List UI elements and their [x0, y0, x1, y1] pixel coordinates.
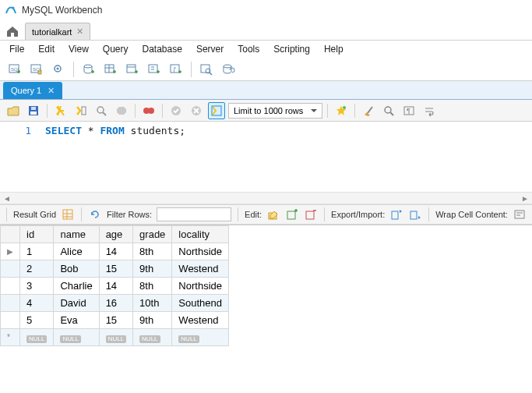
- cell[interactable]: Southend: [172, 295, 229, 312]
- cell[interactable]: David: [54, 295, 99, 312]
- cell[interactable]: 14: [99, 243, 132, 260]
- column-header-id[interactable]: id: [20, 226, 54, 243]
- filter-rows-input[interactable]: [157, 207, 231, 221]
- cell[interactable]: 3: [20, 278, 54, 295]
- create-schema-button[interactable]: [80, 61, 97, 78]
- commit-button[interactable]: [167, 102, 185, 119]
- svg-rect-46: [515, 211, 524, 218]
- refresh-button[interactable]: [88, 207, 102, 221]
- menu-query[interactable]: Query: [97, 42, 135, 56]
- create-view-button[interactable]: [124, 61, 141, 78]
- cell[interactable]: Westend: [172, 260, 229, 278]
- cell[interactable]: Charlie: [54, 278, 99, 295]
- cell[interactable]: 16: [99, 295, 132, 312]
- menu-database[interactable]: Database: [136, 42, 188, 56]
- cell[interactable]: 15: [99, 260, 132, 278]
- cell-null[interactable]: NULL: [172, 329, 229, 346]
- insert-row[interactable]: * NULL NULL NULL NULL NULL: [1, 329, 229, 346]
- cell[interactable]: 4: [20, 295, 54, 312]
- add-row-button[interactable]: [285, 207, 299, 221]
- scroll-left-icon[interactable]: ◄: [2, 193, 12, 204]
- toggle-stop-on-error-button[interactable]: [140, 102, 157, 119]
- execute-button[interactable]: [52, 102, 69, 119]
- find-button[interactable]: [380, 102, 397, 119]
- table-row[interactable]: 3 Charlie 14 8th Northside: [1, 278, 229, 295]
- save-script-button[interactable]: [25, 102, 42, 119]
- open-script-button[interactable]: [5, 102, 22, 119]
- cell[interactable]: 2: [20, 260, 54, 278]
- create-table-button[interactable]: [102, 61, 119, 78]
- cell[interactable]: Westend: [172, 312, 229, 329]
- column-header-locality[interactable]: locality: [172, 226, 229, 243]
- table-row[interactable]: ▶ 1 Alice 14 8th Northside: [1, 243, 229, 260]
- result-grid[interactable]: id name age grade locality ▶ 1 Alice 14 …: [0, 225, 532, 346]
- code-area[interactable]: SELECT * FROM students;: [39, 125, 185, 192]
- search-table-data-button[interactable]: [198, 61, 215, 78]
- cell[interactable]: 10th: [133, 295, 172, 312]
- table-row[interactable]: 2 Bob 15 9th Westend: [1, 260, 229, 278]
- menu-server[interactable]: Server: [190, 42, 230, 56]
- create-function-button[interactable]: ƒ: [167, 61, 185, 78]
- new-sql-tab-button[interactable]: SQL: [6, 61, 23, 78]
- brush-button[interactable]: [360, 102, 377, 119]
- execute-current-button[interactable]: [72, 102, 90, 119]
- cell[interactable]: Northside: [172, 278, 229, 295]
- cell[interactable]: 8th: [133, 243, 172, 260]
- menu-help[interactable]: Help: [318, 42, 350, 56]
- inspector-button[interactable]: [50, 61, 67, 78]
- menu-view[interactable]: View: [62, 42, 95, 56]
- column-header-grade[interactable]: grade: [133, 226, 172, 243]
- toolbar-separator: [238, 207, 238, 221]
- home-button[interactable]: [3, 23, 22, 40]
- cell[interactable]: 14: [99, 278, 132, 295]
- cell-null[interactable]: NULL: [54, 329, 99, 346]
- cell-null[interactable]: NULL: [133, 329, 172, 346]
- stop-button[interactable]: [113, 102, 130, 119]
- cell[interactable]: 1: [20, 243, 54, 260]
- invisible-chars-button[interactable]: ¶: [400, 102, 417, 119]
- cell[interactable]: 5: [20, 312, 54, 329]
- cell[interactable]: Bob: [54, 260, 99, 278]
- scroll-right-icon[interactable]: ►: [520, 193, 530, 204]
- table-row[interactable]: 5 Eva 15 9th Westend: [1, 312, 229, 329]
- connection-tab-tutorialkart[interactable]: tutorialkart ✕: [25, 23, 90, 40]
- cell[interactable]: Eva: [54, 312, 99, 329]
- column-header-age[interactable]: age: [99, 226, 132, 243]
- open-sql-file-button[interactable]: SQL: [28, 61, 45, 78]
- horizontal-scrollbar[interactable]: ◄ ►: [0, 192, 532, 204]
- reconnect-button[interactable]: [220, 61, 237, 78]
- close-icon[interactable]: ✕: [48, 86, 55, 96]
- limit-rows-dropdown[interactable]: Limit to 1000 rows: [228, 103, 322, 119]
- cell[interactable]: Alice: [54, 243, 99, 260]
- cell-null[interactable]: NULL: [20, 329, 54, 346]
- delete-row-button[interactable]: [304, 207, 318, 221]
- cell[interactable]: 9th: [133, 312, 172, 329]
- result-grid-icon[interactable]: [61, 207, 75, 221]
- cell-null[interactable]: NULL: [99, 329, 132, 346]
- menu-tools[interactable]: Tools: [231, 42, 266, 56]
- close-icon[interactable]: ✕: [76, 27, 83, 37]
- import-button[interactable]: [408, 207, 422, 221]
- result-table[interactable]: id name age grade locality ▶ 1 Alice 14 …: [0, 225, 229, 346]
- wrap-cell-button[interactable]: [513, 207, 527, 221]
- rollback-button[interactable]: [188, 102, 205, 119]
- beautify-button[interactable]: [333, 102, 350, 119]
- menu-file[interactable]: File: [3, 42, 30, 56]
- explain-button[interactable]: [93, 102, 110, 119]
- edit-row-button[interactable]: [266, 207, 280, 221]
- cell[interactable]: 8th: [133, 278, 172, 295]
- cell[interactable]: 9th: [133, 260, 172, 278]
- export-button[interactable]: [389, 207, 403, 221]
- sql-editor[interactable]: 1 SELECT * FROM students;: [0, 122, 532, 192]
- query-tab-1[interactable]: Query 1 ✕: [3, 82, 62, 99]
- word-wrap-button[interactable]: [421, 102, 438, 119]
- menu-scripting[interactable]: Scripting: [267, 42, 316, 56]
- svg-text:ƒ: ƒ: [173, 66, 176, 73]
- create-procedure-button[interactable]: [146, 61, 163, 78]
- cell[interactable]: Northside: [172, 243, 229, 260]
- table-row[interactable]: 4 David 16 10th Southend: [1, 295, 229, 312]
- autocommit-toggle[interactable]: [208, 102, 225, 119]
- menu-edit[interactable]: Edit: [32, 42, 61, 56]
- column-header-name[interactable]: name: [54, 226, 99, 243]
- cell[interactable]: 15: [99, 312, 132, 329]
